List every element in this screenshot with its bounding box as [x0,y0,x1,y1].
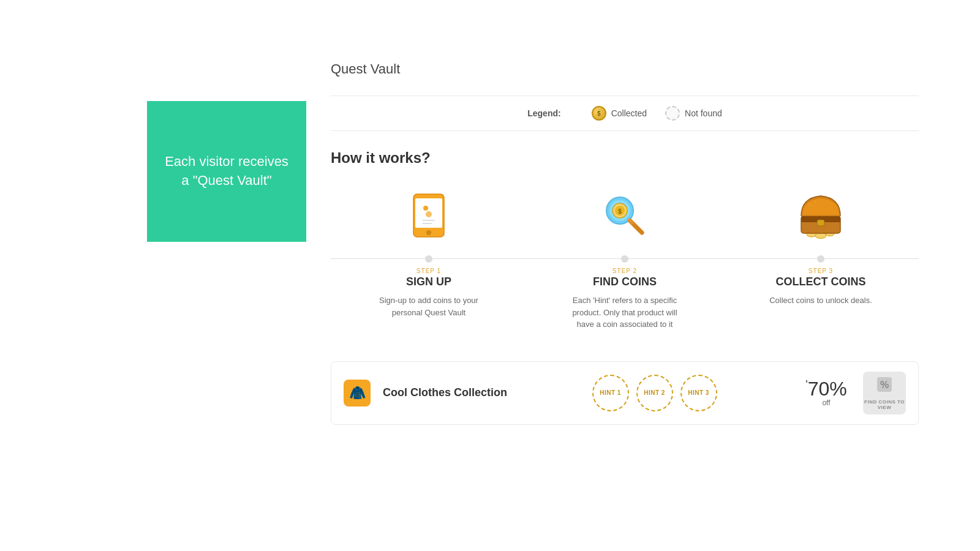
quest-item: 🧥 Cool Clothes Collection HINT 1 HINT 2 … [331,361,919,425]
left-panel: Each visitor receives a "Quest Vault" [147,101,306,242]
svg-text:%: % [880,380,889,390]
how-it-works-title: How it works? [331,149,919,167]
step-3-icon-area [790,185,851,246]
step-2-desc: Each 'Hint' refers to a specific product… [564,294,686,331]
phone-icon [407,191,450,240]
magnifier-icon: $ [600,191,649,240]
legend-label: Legend: [527,108,560,118]
step-2-title: FIND COINS [593,276,657,288]
quest-item-icon: 🧥 [344,380,371,407]
step-2: $ STEP 2 FIND COINS Each 'Hint' refers t… [527,185,723,331]
svg-point-4 [426,211,432,217]
step-1-title: SIGN UP [406,276,451,288]
step-3-title: COLLECT COINS [776,276,866,288]
svg-text:$: $ [618,208,622,215]
step-3: STEP 3 COLLECT COINS Collect coins to un… [723,185,919,307]
svg-point-2 [426,230,431,235]
percent-icon: % [876,376,893,397]
collected-coin-icon: $ [592,106,606,121]
step-3-dot [817,255,824,263]
collected-label: Collected [611,108,647,118]
step-1-desc: Sign-up to add coins to your personal Qu… [368,294,490,318]
step-2-number: STEP 2 [612,268,637,274]
step-1-number: STEP 1 [417,268,441,274]
not-found-label: Not found [685,108,722,118]
find-coins-label: FIND COINS TO VIEW [863,399,906,410]
steps-container: STEP 1 SIGN UP Sign-up to add coins to y… [331,185,919,331]
svg-line-13 [629,220,632,223]
page-title: Quest Vault [331,61,919,77]
step-3-desc: Collect coins to unlock deals. [769,294,872,307]
legend-collected: $ Collected [592,106,647,121]
hint-badge-2[interactable]: HINT 2 [636,375,673,411]
legend-row: Legend: $ Collected Not found [331,96,919,131]
discount-percent: '70% [802,379,851,399]
discount-area: '70% off [802,379,851,407]
svg-rect-19 [817,220,824,226]
left-panel-text: Each visitor receives a "Quest Vault" [147,140,306,203]
find-coins-button[interactable]: % FIND COINS TO VIEW [863,372,906,414]
hint-3-label: HINT 3 [688,389,709,396]
svg-point-3 [423,206,428,211]
hint-2-label: HINT 2 [644,389,665,396]
hint-badge-1[interactable]: HINT 1 [592,375,629,411]
step-1-dot [425,255,432,263]
hints-area: HINT 1 HINT 2 HINT 3 [519,375,790,411]
not-found-coin-icon [665,106,680,121]
step-1: STEP 1 SIGN UP Sign-up to add coins to y… [331,185,527,318]
step-3-number: STEP 3 [809,268,833,274]
step-1-icon-area [398,185,459,246]
quest-item-name: Cool Clothes Collection [383,386,507,399]
legend-not-found: Not found [665,106,722,121]
chest-icon [796,193,845,239]
step-2-dot [621,255,628,263]
discount-off: off [802,399,851,407]
main-content: Quest Vault Legend: $ Collected Not foun… [306,61,980,425]
hint-badge-3[interactable]: HINT 3 [680,375,717,411]
step-2-icon-area: $ [594,185,655,246]
discount-value: 70% [808,378,847,400]
hint-1-label: HINT 1 [600,389,621,396]
svg-point-15 [815,233,826,238]
